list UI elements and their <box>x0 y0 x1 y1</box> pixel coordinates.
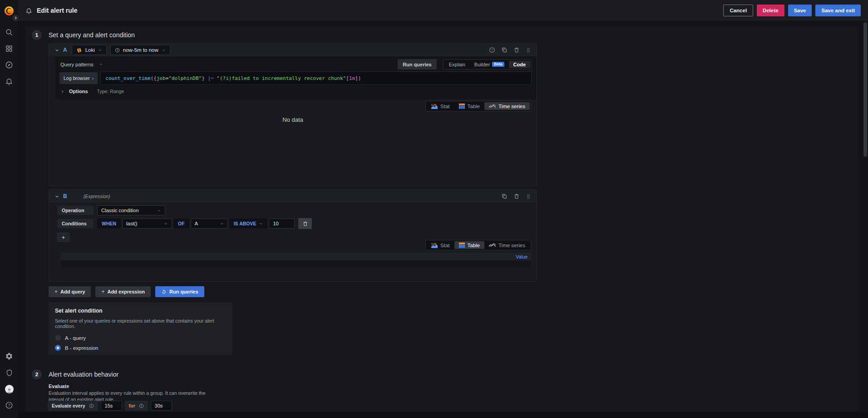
operation-select[interactable]: Classic condition <box>97 205 165 215</box>
info-icon[interactable] <box>89 403 94 408</box>
reducer-select[interactable]: last() <box>122 219 172 229</box>
svg-text:1,24: 1,24 <box>431 243 437 245</box>
add-condition-button[interactable]: + <box>57 233 69 242</box>
viz-table-a[interactable]: Table <box>454 102 485 110</box>
drag-handle-icon[interactable] <box>526 194 531 199</box>
operation-label: Operation <box>57 206 94 215</box>
remove-condition-trash-icon[interactable] <box>298 218 312 229</box>
when-chip: WHEN <box>97 219 121 229</box>
set-alert-condition-box: Set alert condition Select one of your q… <box>49 302 232 355</box>
page-title: Edit alert rule <box>37 7 77 14</box>
step2-header: 2 Alert evaluation behavior <box>32 369 118 379</box>
collapse-chevron-icon[interactable] <box>54 48 59 53</box>
search-icon[interactable] <box>0 24 18 40</box>
settings-gear-icon[interactable] <box>0 348 18 364</box>
chevron-down-icon <box>162 48 166 52</box>
drag-handle-icon[interactable] <box>526 47 531 53</box>
collapse-chevron-icon[interactable] <box>54 194 59 199</box>
query-editor-area: Query patterns Run queries Explain Build… <box>55 56 536 100</box>
reducer-value: last() <box>126 221 137 226</box>
datasource-picker[interactable]: Loki <box>72 45 107 55</box>
info-icon[interactable] <box>139 403 144 408</box>
save-and-exit-button[interactable]: Save and exit <box>815 5 861 16</box>
main-content: 1 Set a query and alert condition A Loki… <box>18 21 868 418</box>
conditions-label: Conditions <box>57 219 94 228</box>
threshold-input[interactable] <box>269 219 295 229</box>
run-queries-small-button[interactable]: Run queries <box>398 59 437 70</box>
svg-text:?: ? <box>491 48 493 51</box>
query-ref-value: A <box>195 221 198 226</box>
editor-mode-group: Explain BuilderBeta Code <box>443 60 532 70</box>
add-expression-button[interactable]: + Add expression <box>95 286 151 297</box>
query-help-icon[interactable]: ? <box>489 47 495 53</box>
radio-b-expression[interactable]: B - expression <box>55 345 226 351</box>
comparator-value: IS ABOVE <box>234 221 256 226</box>
chevron-down-icon <box>164 222 168 226</box>
help-icon[interactable]: ? <box>0 397 18 413</box>
query-a-refid: A <box>63 47 67 53</box>
beta-badge: Beta <box>492 62 504 67</box>
chevron-down-icon <box>157 209 161 213</box>
for-label-box: for <box>125 401 148 411</box>
options-type: Type: Range <box>97 89 124 94</box>
options-label[interactable]: Options <box>69 89 88 94</box>
clock-icon <box>115 48 120 53</box>
value-column-header[interactable]: Value <box>516 254 528 259</box>
viz-stat-b[interactable]: 1,24 Stat <box>427 241 454 249</box>
chevron-down-icon <box>98 48 102 52</box>
explore-compass-icon[interactable] <box>0 57 18 73</box>
options-row[interactable]: Options Type: Range <box>59 89 532 94</box>
timeseries-icon <box>489 243 496 248</box>
evaluate-every-label: Evaluate every <box>48 401 98 411</box>
dashboards-icon[interactable] <box>0 40 18 57</box>
sidebar-expand-icon[interactable] <box>12 14 20 22</box>
top-nav: Edit alert rule Cancel Delete Save Save … <box>18 0 868 21</box>
run-queries-button[interactable]: Run queries <box>155 286 204 297</box>
query-a-panel: A Loki now-5m to now ? <box>49 43 537 186</box>
viz-timeseries-a[interactable]: Time series <box>484 102 530 110</box>
profile-avatar[interactable] <box>0 381 18 397</box>
query-ref-select[interactable]: A <box>191 219 228 229</box>
step2-number: 2 <box>32 369 42 379</box>
alerting-bell-icon[interactable] <box>0 73 18 90</box>
query-patterns-label: Query patterns <box>60 62 94 67</box>
expression-b-header: B (Expression) <box>49 190 537 203</box>
mode-explain[interactable]: Explain <box>444 61 470 68</box>
cancel-button[interactable]: Cancel <box>723 5 753 16</box>
svg-text:?: ? <box>8 403 10 408</box>
duplicate-query-icon[interactable] <box>501 47 508 53</box>
delete-button[interactable]: Delete <box>757 5 784 16</box>
duplicate-expression-icon[interactable] <box>501 193 508 199</box>
expression-b-panel: B (Expression) Operation Classic conditi… <box>49 189 537 282</box>
query-patterns-dropdown[interactable]: Query patterns <box>59 62 103 67</box>
comparator-select[interactable]: IS ABOVE <box>229 219 268 229</box>
log-browser-button[interactable]: Log browser › <box>59 72 98 84</box>
radio-selected-icon <box>55 345 61 351</box>
operation-value: Classic condition <box>101 208 139 213</box>
viz-table-b[interactable]: Table <box>454 241 485 249</box>
viz-stat-a[interactable]: 1,24 Stat <box>427 102 454 110</box>
query-actions-row: + Add query + Add expression Run queries <box>49 286 204 297</box>
expression-b-refid: B <box>63 193 67 199</box>
mode-builder[interactable]: BuilderBeta <box>470 61 509 68</box>
timeseries-icon <box>489 104 496 109</box>
mode-code[interactable]: Code <box>509 61 531 68</box>
stat-icon: 1,24 <box>431 104 438 109</box>
sidebar: ? <box>0 0 18 418</box>
delete-query-trash-icon[interactable] <box>513 47 520 53</box>
save-button[interactable]: Save <box>788 5 812 16</box>
delete-expression-trash-icon[interactable] <box>513 193 520 199</box>
evaluate-every-input[interactable] <box>101 401 122 411</box>
radio-a-label: A - query <box>65 335 86 341</box>
for-duration-input[interactable] <box>151 401 172 411</box>
vertical-scrollbar[interactable] <box>863 22 867 157</box>
radio-a-query[interactable]: A - query <box>55 335 226 341</box>
admin-shield-icon[interactable] <box>0 364 18 381</box>
query-code[interactable]: count_over_time({job="dolphinDB"} |~ "(?… <box>100 71 532 85</box>
add-query-button[interactable]: + Add query <box>49 286 91 297</box>
time-range-picker[interactable]: now-5m to now <box>110 45 170 55</box>
alert-condition-title: Set alert condition <box>55 308 226 314</box>
radio-unselected-icon <box>55 335 61 341</box>
viz-timeseries-b[interactable]: Time series <box>484 241 530 249</box>
svg-text:1,24: 1,24 <box>431 104 437 106</box>
